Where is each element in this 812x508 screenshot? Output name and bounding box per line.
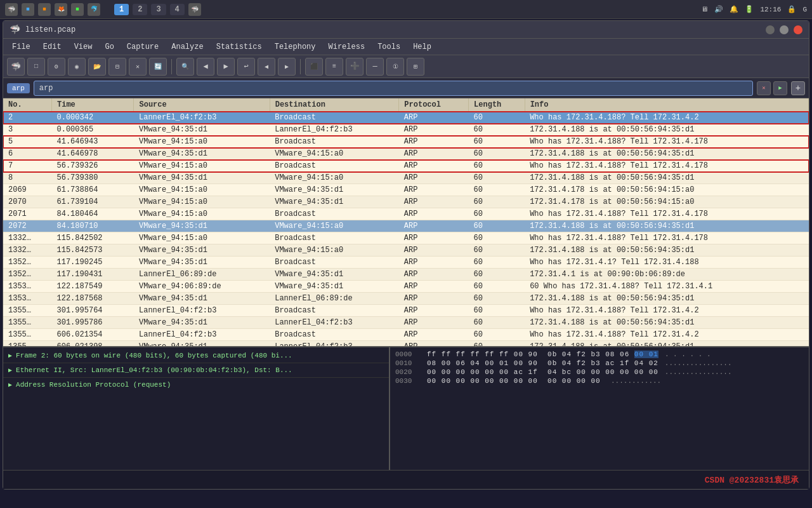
hex-pane: 0000 ff ff ff ff ff ff 00 90 0b 04 f2 b3… bbox=[390, 347, 809, 470]
taskbar-icon-3[interactable]: ■ bbox=[38, 3, 51, 16]
table-row[interactable]: 207284.180710VMware_94:35:d1VMware_94:15… bbox=[3, 220, 809, 232]
system-tray: 🖥 🔊 🔔 🔋 12:16 🔒 G bbox=[701, 5, 807, 13]
table-row[interactable]: 641.646978VMware_94:35:d1VMware_94:15:a0… bbox=[3, 148, 809, 160]
menu-analyze[interactable]: Analyze bbox=[166, 41, 208, 53]
shark-icon-2[interactable]: 🦈 bbox=[188, 3, 201, 16]
menu-bar: File Edit View Go Capture Analyze Statis… bbox=[3, 39, 809, 55]
wireshark-taskbar-icon[interactable]: 🦈 bbox=[5, 3, 18, 16]
hex-ascii-3: ............ bbox=[611, 377, 661, 385]
menu-telephony[interactable]: Telephony bbox=[270, 41, 321, 53]
toolbar-jump-btn[interactable]: ↩ bbox=[237, 58, 255, 76]
toolbar-grid-btn[interactable]: ⊞ bbox=[407, 58, 424, 76]
toolbar-save-btn[interactable]: ⚙ bbox=[48, 58, 65, 76]
table-row[interactable]: 1355…301.995786VMware_94:35:d1LannerEl_0… bbox=[3, 317, 809, 329]
menu-file[interactable]: File bbox=[7, 41, 36, 53]
table-row[interactable]: 30.000365VMware_94:35:d1LannerEl_04:f2:b… bbox=[3, 124, 809, 136]
table-row[interactable]: 856.739380VMware_94:35:d1VMware_94:15:a0… bbox=[3, 172, 809, 184]
title-bar: 🦈 listen.pcap bbox=[3, 21, 809, 39]
col-time: Time bbox=[52, 98, 134, 112]
hex-offset-3: 0030 bbox=[395, 377, 421, 385]
toolbar-open2-btn[interactable]: 📂 bbox=[88, 58, 106, 76]
toolbar-minus-btn[interactable]: — bbox=[366, 58, 384, 76]
filter-add-btn[interactable]: + bbox=[791, 81, 805, 95]
hex-ascii-2: ................ bbox=[665, 368, 732, 376]
workspace-1[interactable]: 1 bbox=[114, 4, 129, 15]
table-header-row: No. Time Source Destination Protocol Len… bbox=[3, 98, 809, 112]
table-row[interactable]: 20.000342LannerEl_04:f2:b3BroadcastARP60… bbox=[3, 112, 809, 124]
toolbar-prev-btn[interactable]: ◀ bbox=[258, 58, 275, 76]
table-row[interactable]: 207061.739104VMware_94:15:a0VMware_94:35… bbox=[3, 196, 809, 208]
maximize-button[interactable] bbox=[780, 25, 789, 34]
hex-row-1: 0010 08 00 06 04 00 01 00 90 0b 04 f2 b3… bbox=[390, 359, 809, 368]
table-row[interactable]: 1353…122.187568VMware_94:35:d1LannerEl_0… bbox=[3, 293, 809, 305]
toolbar-one-btn[interactable]: ① bbox=[386, 58, 404, 76]
window-controls bbox=[766, 25, 802, 34]
table-row[interactable]: 1352…117.190245VMware_94:35:d1BroadcastA… bbox=[3, 257, 809, 269]
filter-apply-btn[interactable]: ▶ bbox=[773, 81, 787, 95]
table-row[interactable]: 1332…115.842573VMware_94:35:d1VMware_94:… bbox=[3, 244, 809, 257]
toolbar-add-btn[interactable]: ➕ bbox=[346, 58, 363, 76]
workspace-3[interactable]: 3 bbox=[151, 4, 166, 15]
close-button[interactable] bbox=[794, 25, 802, 34]
menu-view[interactable]: View bbox=[69, 41, 98, 53]
table-row[interactable]: 1352…117.190431LannerEl_06:89:deVMware_9… bbox=[3, 269, 809, 281]
detail-row-frame[interactable]: ▶ Frame 2: 60 bytes on wire (480 bits), … bbox=[3, 350, 389, 361]
packet-table: No. Time Source Destination Protocol Len… bbox=[3, 98, 809, 346]
taskbar-icon-4[interactable]: 🦊 bbox=[55, 3, 67, 16]
toolbar-find-btn[interactable]: 🔍 bbox=[176, 58, 194, 76]
minimize-button[interactable] bbox=[766, 25, 775, 34]
table-row[interactable]: 1332…115.842502VMware_94:15:a0BroadcastA… bbox=[3, 232, 809, 244]
workspace-4[interactable]: 4 bbox=[170, 4, 185, 15]
detail-row-eth[interactable]: ▶ Ethernet II, Src: LannerEl_04:f2:b3 (0… bbox=[3, 364, 389, 376]
table-row[interactable]: 1355…606.021398VMware_94:35:d1LannerEl_0… bbox=[3, 341, 809, 347]
toolbar-save2-btn[interactable]: ◉ bbox=[68, 58, 86, 76]
workspace-2[interactable]: 2 bbox=[133, 4, 147, 15]
filter-clear-btn[interactable]: ✕ bbox=[757, 81, 771, 95]
window-title: listen.pcap bbox=[25, 25, 75, 34]
toolbar-refresh-btn[interactable]: 🔄 bbox=[149, 58, 167, 76]
filter-input[interactable] bbox=[34, 81, 753, 96]
toolbar-back-btn[interactable]: ◀ bbox=[197, 58, 214, 76]
toolbar-sep-2 bbox=[300, 59, 301, 74]
table-row[interactable]: 541.646943VMware_94:15:a0BroadcastARP60W… bbox=[3, 136, 809, 148]
filter-protocol-label: arp bbox=[7, 83, 30, 93]
toolbar: 🦈 □ ⚙ ◉ 📂 ⊟ ✕ 🔄 🔍 ◀ ▶ ↩ ◀ ▶ ⬛ ≡ ➕ — ① ⊞ bbox=[3, 55, 809, 78]
menu-capture[interactable]: Capture bbox=[122, 41, 164, 53]
toolbar-export-btn[interactable]: ⊟ bbox=[108, 58, 126, 76]
hex-ascii-1: ................ bbox=[665, 359, 732, 367]
detail-divider-1 bbox=[3, 363, 389, 363]
menu-edit[interactable]: Edit bbox=[38, 41, 67, 53]
table-row[interactable]: 1355…606.021354LannerEl_04:f2:b3Broadcas… bbox=[3, 329, 809, 341]
menu-help[interactable]: Help bbox=[408, 41, 436, 53]
status-bar: CSDN @20232831袁思承 bbox=[3, 470, 809, 489]
toolbar-reload-btn[interactable]: ✕ bbox=[129, 58, 147, 76]
menu-tools[interactable]: Tools bbox=[372, 41, 405, 53]
taskbar-icon-6[interactable]: 🐬 bbox=[88, 3, 100, 16]
table-row[interactable]: 206961.738864VMware_94:15:a0VMware_94:35… bbox=[3, 184, 809, 196]
menu-statistics[interactable]: Statistics bbox=[211, 41, 267, 53]
hex-bytes-3: 00 00 00 00 00 00 00 00 00 00 00 00 bbox=[427, 377, 605, 385]
toolbar-close-btn[interactable]: □ bbox=[27, 58, 45, 76]
detail-text-arp: Address Resolution Protocol (request) bbox=[16, 381, 171, 389]
table-row[interactable]: 756.739326VMware_94:15:a0BroadcastARP60W… bbox=[3, 160, 809, 172]
table-row[interactable]: 1353…122.187549VMware_94:06:89:deVMware_… bbox=[3, 281, 809, 293]
table-row[interactable]: 207184.180464VMware_94:15:a0BroadcastARP… bbox=[3, 208, 809, 220]
toolbar-open-btn[interactable]: 🦈 bbox=[7, 58, 25, 76]
toolbar-colorize-btn[interactable]: ⬛ bbox=[305, 58, 323, 76]
col-no: No. bbox=[3, 98, 52, 112]
toolbar-next-btn[interactable]: ▶ bbox=[278, 58, 296, 76]
toolbar-zoom-btn[interactable]: ≡ bbox=[325, 58, 343, 76]
table-row[interactable]: 1355…301.995764LannerEl_04:f2:b3Broadcas… bbox=[3, 305, 809, 317]
hex-row-3: 0030 00 00 00 00 00 00 00 00 00 00 00 00… bbox=[390, 377, 809, 385]
hex-offset-2: 0020 bbox=[395, 368, 421, 376]
menu-go[interactable]: Go bbox=[100, 41, 119, 53]
packet-table-container: No. Time Source Destination Protocol Len… bbox=[3, 98, 809, 346]
taskbar-icon-2[interactable]: ■ bbox=[22, 3, 34, 16]
detail-arrow-arp: ▶ bbox=[8, 381, 12, 389]
toolbar-forward-btn[interactable]: ▶ bbox=[217, 58, 235, 76]
detail-text-frame: Frame 2: 60 bytes on wire (480 bits), 60… bbox=[16, 352, 292, 359]
filter-bar: arp ✕ ▶ + bbox=[3, 78, 809, 98]
menu-wireless[interactable]: Wireless bbox=[324, 41, 370, 53]
detail-row-arp[interactable]: ▶ Address Resolution Protocol (request) bbox=[3, 379, 389, 391]
taskbar-icon-5[interactable]: ■ bbox=[71, 3, 84, 16]
